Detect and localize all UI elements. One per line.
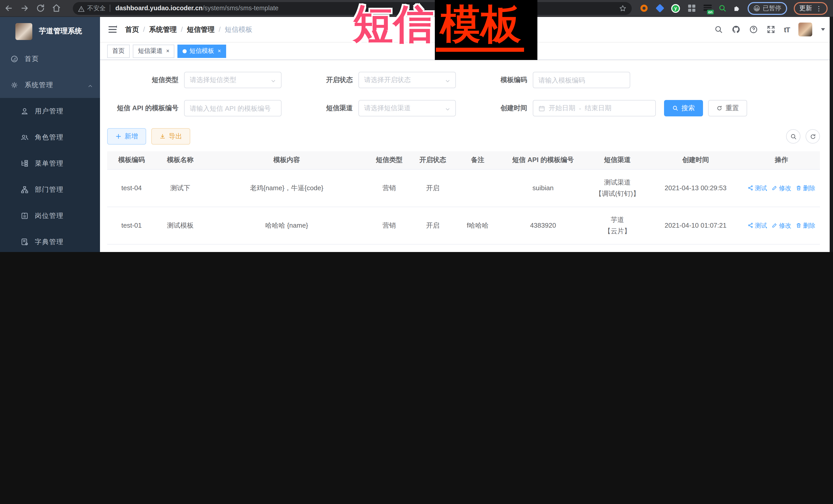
book-icon — [21, 238, 29, 246]
extension-grid-icon[interactable] — [687, 3, 696, 13]
table-toolbar: 新增 导出 — [107, 128, 820, 145]
sidebar-item-positions[interactable]: 岗位管理 — [0, 202, 100, 229]
status-select[interactable]: 请选择开启状态 — [358, 72, 456, 88]
breadcrumb-current: 短信模板 — [225, 25, 253, 34]
breadcrumb-system[interactable]: 系统管理 — [149, 25, 177, 34]
github-icon[interactable] — [732, 25, 740, 34]
extensions-puzzle-icon[interactable] — [733, 4, 741, 12]
dashboard-icon — [10, 55, 19, 63]
chevron-down-icon — [271, 77, 276, 82]
avatar-caret-icon[interactable] — [821, 28, 825, 31]
breadcrumb: 首页 / 系统管理 / 短信管理 / 短信模板 — [125, 25, 253, 34]
channel-select[interactable]: 请选择短信渠道 — [358, 100, 456, 116]
api-template-input[interactable] — [184, 100, 282, 116]
sidebar-item-home[interactable]: 首页 — [0, 46, 100, 72]
not-secure-label: 不安全 — [87, 4, 105, 13]
screen: 不安全 dashboard.yudao.iocoder.cn/system/sm… — [0, 0, 833, 252]
sms-template-table: 模板编码 模板名称 模板内容 短信类型 开启状态 备注 短信 API 的模板编号… — [107, 151, 820, 252]
delete-link[interactable]: 删除 — [796, 182, 815, 194]
extension-blue-kite-icon[interactable] — [655, 3, 665, 13]
chevron-down-icon — [445, 105, 450, 111]
sidebar: 芋道管理系统 首页 系统管理 用户管理 角色管理 菜单管理 部门管理 — [0, 17, 100, 252]
search-icon — [672, 105, 679, 111]
edit-link[interactable]: 修改 — [772, 220, 791, 231]
search-icon[interactable] — [714, 25, 723, 34]
sms-type-select[interactable]: 请选择短信类型 — [184, 72, 282, 88]
date-range-picker[interactable]: 开始日期 - 结束日期 — [533, 100, 656, 116]
refresh-icon — [716, 105, 722, 111]
close-icon[interactable]: × — [166, 48, 169, 54]
window-scrollbar-strip[interactable] — [830, 17, 833, 252]
app-logo-row[interactable]: 芋道管理系统 — [0, 17, 100, 46]
refresh-table-button[interactable] — [806, 129, 820, 144]
export-button[interactable]: 导出 — [151, 128, 190, 145]
col-header-type: 短信类型 — [369, 151, 410, 169]
browser-back-icon[interactable] — [4, 4, 13, 13]
table-row: test-01 测试模板 哈哈哈 {name} 营销 开启 f哈哈哈 43839… — [107, 207, 820, 244]
sidebar-fold-icon[interactable] — [108, 25, 117, 34]
tab-home[interactable]: 首页 — [107, 44, 130, 58]
main-content: 短信类型 请选择短信类型 开启状态 请选择开启状态 模板编码 短信 AP — [100, 60, 833, 252]
reset-button[interactable]: 重置 — [708, 100, 747, 116]
extension-green-y-icon[interactable]: y — [671, 3, 681, 13]
browser-update-button[interactable]: 更新 ⋮ — [793, 2, 828, 15]
download-icon — [160, 133, 166, 140]
extension-orange-ring-icon[interactable] — [639, 3, 649, 13]
header-actions: tT — [714, 23, 833, 37]
sidebar-item-system[interactable]: 系统管理 — [0, 72, 100, 98]
range-separator: - — [579, 104, 581, 112]
not-secure-warning-icon — [78, 5, 85, 11]
edit-link[interactable]: 修改 — [772, 182, 791, 194]
gear-icon — [10, 81, 19, 89]
breadcrumb-sms[interactable]: 短信管理 — [187, 25, 215, 34]
col-header-name: 模板名称 — [156, 151, 205, 169]
active-dot — [183, 49, 187, 53]
delete-link[interactable]: 删除 — [796, 220, 815, 231]
omnibox-divider — [110, 5, 110, 12]
toggle-search-button[interactable] — [786, 129, 801, 144]
create-time-label: 创建时间 — [456, 103, 533, 113]
extension-list-on-icon[interactable]: on — [703, 3, 712, 13]
add-button[interactable]: 新增 — [107, 128, 146, 145]
browser-home-icon[interactable] — [52, 4, 61, 13]
help-question-icon[interactable] — [749, 25, 758, 34]
bookmark-star-icon[interactable] — [619, 4, 626, 12]
end-date-placeholder: 结束日期 — [585, 103, 612, 113]
sidebar-item-users[interactable]: 用户管理 — [0, 98, 100, 124]
url-bar[interactable]: 不安全 dashboard.yudao.iocoder.cn/system/sm… — [73, 2, 632, 15]
id-badge-icon — [21, 212, 29, 220]
sidebar-item-roles[interactable]: 角色管理 — [0, 124, 100, 150]
user-avatar[interactable] — [799, 23, 812, 37]
api-template-label: 短信 API 的模板编号 — [107, 103, 184, 113]
sidebar-item-departments[interactable]: 部门管理 — [0, 176, 100, 202]
template-code-label: 模板编码 — [456, 75, 533, 85]
test-link[interactable]: 测试 — [747, 182, 767, 194]
browser-profile-chip[interactable]: 😀 已暂停 — [747, 2, 787, 15]
url-path: /system/sms/sms-template — [203, 5, 279, 12]
table-row: test-04 测试下 老鸡{name}，牛逼{code} 营销 开启 suib… — [107, 169, 820, 207]
url-host: dashboard.yudao.iocoder.cn — [115, 5, 203, 12]
tab-sms-template[interactable]: 短信模板× — [178, 44, 226, 58]
filter-row-2: 短信 API 的模板编号 短信渠道 请选择短信渠道 创建时间 开始日期 - 结束… — [107, 100, 826, 116]
users-group-icon — [21, 133, 29, 141]
browser-menu-kebab-icon[interactable]: ⋮ — [815, 4, 822, 12]
extensions-row: y on — [639, 3, 741, 13]
menu-tree-icon — [21, 159, 29, 167]
browser-forward-icon[interactable] — [20, 4, 29, 13]
browser-reload-icon[interactable] — [36, 4, 45, 13]
test-link[interactable]: 测试 — [747, 220, 767, 231]
sidebar-item-menus[interactable]: 菜单管理 — [0, 150, 100, 176]
fullscreen-icon[interactable] — [767, 25, 775, 34]
user-icon — [21, 107, 29, 115]
font-size-icon[interactable]: tT — [784, 25, 790, 33]
extension-green-magnifier-icon[interactable] — [718, 4, 727, 12]
sidebar-item-dictionary[interactable]: 字典管理 — [0, 229, 100, 252]
tab-sms-channel[interactable]: 短信渠道× — [133, 44, 174, 58]
tags-view-bar: 首页 短信渠道× 短信模板× — [100, 43, 833, 60]
url-text: dashboard.yudao.iocoder.cn/system/sms/sm… — [115, 5, 619, 12]
update-label: 更新 — [799, 4, 812, 13]
close-icon[interactable]: × — [218, 48, 221, 54]
search-button[interactable]: 搜索 — [664, 100, 703, 116]
breadcrumb-home[interactable]: 首页 — [125, 25, 139, 34]
template-code-input[interactable] — [533, 72, 630, 88]
